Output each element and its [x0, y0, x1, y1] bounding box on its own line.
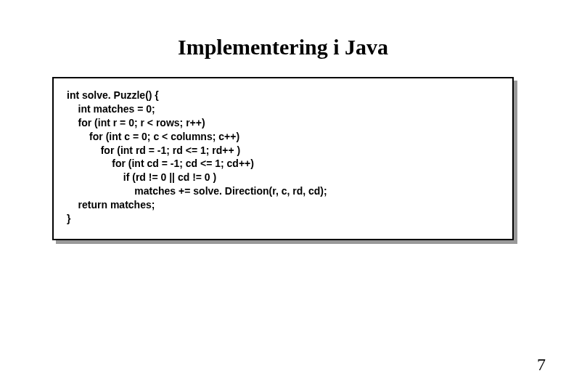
code-line: for (int r = 0; r < rows; r++) [67, 116, 499, 130]
code-line: } [67, 212, 499, 226]
code-line: if (rd != 0 || cd != 0 ) [67, 171, 499, 184]
page-number: 7 [537, 355, 546, 375]
code-line: int solve. Puzzle() { [67, 89, 499, 102]
code-line: for (int c = 0; c < columns; c++) [67, 130, 499, 144]
code-line: return matches; [67, 198, 499, 212]
code-line: for (int rd = -1; rd <= 1; rd++ ) [67, 144, 499, 158]
page-title: Implementering i Java [0, 0, 566, 77]
code-block-wrapper: int solve. Puzzle() { int matches = 0; f… [52, 77, 514, 240]
code-line: for (int cd = -1; cd <= 1; cd++) [67, 157, 499, 171]
code-line: matches += solve. Direction(r, c, rd, cd… [67, 184, 499, 198]
code-line: int matches = 0; [67, 102, 499, 116]
code-block: int solve. Puzzle() { int matches = 0; f… [52, 77, 514, 240]
